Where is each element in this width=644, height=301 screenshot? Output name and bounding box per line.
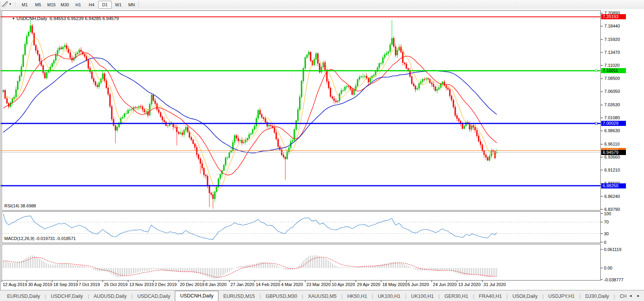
macd-values: -0.019731 -0.018571 bbox=[35, 236, 75, 241]
collapse-triangle-icon[interactable]: ▼ bbox=[12, 17, 15, 20]
price-tick-label: 6.93660 bbox=[604, 155, 620, 160]
tab-uk100-h1[interactable]: UK100,H1 bbox=[406, 291, 439, 301]
price-tick-label: 6.86240 bbox=[604, 194, 620, 199]
hline-price-tag: 6.88250 bbox=[601, 183, 626, 188]
tab-usoil-daily[interactable]: USOil,Daily bbox=[508, 291, 542, 301]
mt4-window: ▼ M1M5M15M30H1H4D1W1MN ▼USDCNH,Daily 6.9… bbox=[0, 0, 644, 301]
ma-44-line bbox=[4, 58, 497, 153]
rsi-line bbox=[4, 214, 497, 240]
tab-gbpusd-m30[interactable]: GBPUSD,M30 bbox=[261, 291, 302, 301]
hline-price-tag: 7.00029 bbox=[601, 121, 626, 126]
tab-usdcad-daily[interactable]: USDCAD,Daily bbox=[132, 291, 175, 301]
date-label: 20 Dec 2019 bbox=[180, 282, 204, 287]
date-label: 5 Jun 2020 bbox=[407, 282, 429, 287]
tab-xauusd-m5[interactable]: XAUUSD,M5 bbox=[303, 291, 341, 301]
price-tick-label: 7.01080 bbox=[604, 115, 620, 120]
rsi-scale-label: 30 bbox=[604, 231, 609, 236]
date-label: 24 Jun 2020 bbox=[433, 282, 457, 287]
chevron-down-icon[interactable]: ▼ bbox=[9, 2, 12, 6]
hline-price-tag: 7.10011 bbox=[601, 68, 626, 73]
date-label: 31 Jul 2020 bbox=[484, 282, 506, 287]
date-label: 18 May 2020 bbox=[382, 282, 407, 287]
price-tick-label: 6.96110 bbox=[604, 142, 620, 147]
chart-title: ▼USDCNH,Daily 6.94553 6.95239 6.94285 6.… bbox=[4, 11, 119, 26]
macd-histogram bbox=[4, 255, 497, 279]
price-tick-label: 7.15920 bbox=[604, 37, 620, 42]
chart-ohlc-values: 6.94553 6.95239 6.94285 6.94579 bbox=[50, 16, 119, 21]
hline-price-tag: 7.20193 bbox=[601, 14, 626, 19]
tab-strip: EURUSD,Daily|USDCHF,Daily|AUDUSD,Daily|U… bbox=[2, 290, 626, 301]
timeframe-h1[interactable]: H1 bbox=[72, 1, 85, 9]
price-tick-label: 6.98630 bbox=[604, 128, 620, 133]
tab-scroll-right-icon[interactable]: ▸ bbox=[637, 293, 640, 298]
date-label: 30 Aug 2019 bbox=[28, 282, 52, 287]
price-tick-label: 7.06050 bbox=[604, 89, 620, 94]
date-label: 12 Aug 2019 bbox=[3, 282, 27, 287]
candlestick-series bbox=[3, 20, 497, 209]
date-label: 10 Apr 2020 bbox=[332, 282, 355, 287]
chart-symbol: USDCNH,Daily bbox=[17, 16, 47, 21]
date-label: 13 Nov 2019 bbox=[129, 282, 154, 287]
rsi-scale-label: 100 bbox=[604, 211, 611, 216]
macd-scale-label: 0.061119 bbox=[604, 247, 621, 252]
tab-usdjpy-h1[interactable]: USDJPY,H1 bbox=[543, 291, 579, 301]
date-label: 8 Jan 2020 bbox=[205, 282, 226, 287]
date-label: 23 Mar 2020 bbox=[306, 282, 331, 287]
price-tick-label: 7.13470 bbox=[604, 50, 620, 55]
timeframe-m1[interactable]: M1 bbox=[18, 1, 31, 9]
price-tick-label: 7.03530 bbox=[604, 102, 620, 107]
price-tick-label: 7.08500 bbox=[604, 76, 620, 81]
date-label: 4 Mar 2020 bbox=[281, 282, 303, 287]
tab-audusd-daily[interactable]: AUDUSD,Daily bbox=[89, 291, 131, 301]
tab-dj30-daily[interactable]: DJ30,Daily bbox=[581, 291, 614, 301]
price-tick-label: 7.11020 bbox=[604, 63, 620, 68]
timeframe-h4[interactable]: H4 bbox=[85, 1, 98, 9]
rsi-label: RSI(14) 38.6988 bbox=[4, 203, 36, 208]
tab-china300-h4[interactable]: CHINA300,H4 bbox=[615, 291, 626, 301]
toolbar-separator bbox=[138, 1, 139, 7]
current-price-tag: 6.94579 bbox=[601, 150, 626, 155]
rsi-value: 38.6988 bbox=[20, 203, 36, 208]
price-tick-label: 6.91210 bbox=[604, 168, 620, 173]
date-label: 14 Feb 2020 bbox=[256, 282, 280, 287]
date-label: 27 Jan 2020 bbox=[231, 282, 255, 287]
chart-graphics bbox=[0, 9, 644, 290]
tab-hk50-h1[interactable]: HK50,H1 bbox=[343, 291, 372, 301]
tab-scroll-left-icon[interactable]: ◂ bbox=[629, 293, 632, 298]
timeframe-w1[interactable]: W1 bbox=[112, 1, 125, 9]
line-tool-icon[interactable] bbox=[1, 1, 9, 8]
macd-label: MACD(12,26,9) -0.019731 -0.018571 bbox=[4, 236, 76, 241]
date-label: 2 Dec 2019 bbox=[154, 282, 176, 287]
axis-ticks bbox=[601, 13, 603, 280]
price-tick-label: 7.18440 bbox=[604, 24, 620, 29]
toolbar-grip-2[interactable] bbox=[15, 1, 16, 8]
tab-usdchf-daily[interactable]: USDCHF,Daily bbox=[46, 291, 88, 301]
timeframe-m5[interactable]: M5 bbox=[31, 1, 45, 9]
tab-uk100-h1[interactable]: UK100,H1 bbox=[373, 291, 405, 301]
date-label: 7 Oct 2019 bbox=[79, 282, 100, 287]
date-label: 29 Apr 2020 bbox=[357, 282, 380, 287]
timeframe-m30[interactable]: M30 bbox=[58, 1, 72, 9]
date-label: 13 Jul 2020 bbox=[458, 282, 481, 287]
macd-scale-label: 0.00 bbox=[604, 266, 612, 270]
timeframe-d1[interactable]: D1 bbox=[98, 1, 112, 9]
tab-eurusd-m15[interactable]: EURUSD,M15 bbox=[218, 291, 260, 301]
rsi-scale-label: 70 bbox=[604, 220, 609, 224]
tab-fra40-h1[interactable]: FRA40,H1 bbox=[474, 291, 506, 301]
date-label: 18 Sep 2019 bbox=[53, 282, 78, 287]
macd-scale-label: -0.038777 bbox=[604, 277, 624, 282]
timeframe-toolbar: ▼ M1M5M15M30H1H4D1W1MN bbox=[0, 0, 644, 9]
tab-eurusd-daily[interactable]: EURUSD,Daily bbox=[2, 291, 45, 301]
date-label: 25 Oct 2019 bbox=[104, 282, 128, 287]
chart-region[interactable]: ▼USDCNH,Daily 6.94553 6.95239 6.94285 6.… bbox=[0, 9, 644, 290]
timeframe-m15[interactable]: M15 bbox=[45, 1, 58, 9]
tab-ger30-h1[interactable]: GER30,H1 bbox=[440, 291, 473, 301]
chart-tab-bar: EURUSD,Daily|USDCHF,Daily|AUDUSD,Daily|U… bbox=[0, 290, 644, 301]
tab-usdcnh-daily[interactable]: USDCNH,Daily bbox=[175, 291, 218, 301]
rsi-scale-label: 0 bbox=[604, 240, 606, 245]
horizontal-line-objects[interactable] bbox=[1, 17, 601, 186]
timeframe-mn[interactable]: MN bbox=[125, 1, 138, 9]
ma-7-line bbox=[4, 38, 497, 190]
